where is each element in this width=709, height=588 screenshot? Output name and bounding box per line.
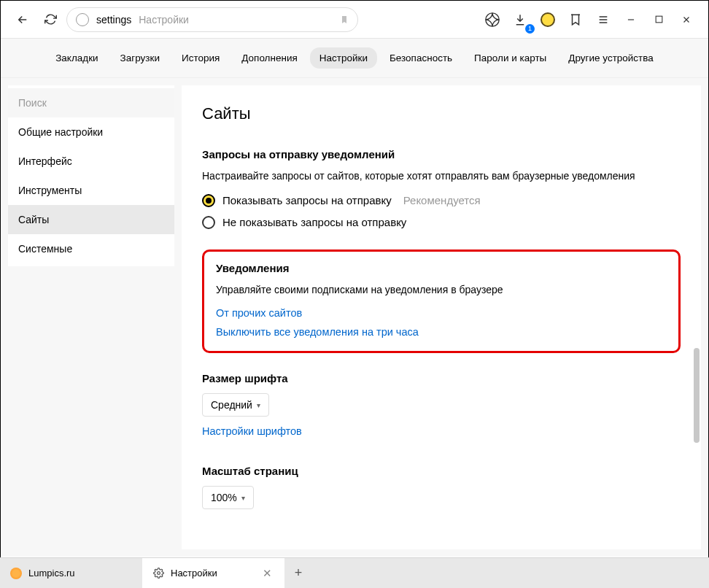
browser-toolbar: settingsНастройки — [1, 1, 708, 39]
tab-label: Lumpics.ru — [28, 568, 75, 579]
link-other-sites[interactable]: От прочих сайтов — [216, 307, 302, 319]
sidebar-item-tools[interactable]: Инструменты — [8, 176, 174, 205]
section-page-zoom: Масштаб страниц 100% ▾ — [202, 465, 681, 518]
nav-settings[interactable]: Настройки — [310, 47, 377, 69]
tab-lumpics[interactable]: Lumpics.ru — [0, 558, 142, 588]
maximize-button[interactable] — [647, 8, 670, 31]
reload-button[interactable] — [39, 8, 62, 31]
page-title: Сайты — [202, 104, 681, 123]
menu-button[interactable] — [592, 8, 615, 31]
select-value: Средний — [211, 399, 252, 411]
site-icon — [76, 13, 89, 26]
select-value: 100% — [211, 492, 237, 503]
chevron-down-icon: ▾ — [241, 494, 245, 502]
chevron-down-icon: ▾ — [257, 401, 260, 409]
radio-icon — [202, 216, 215, 229]
section-title: Размер шрифта — [202, 372, 681, 384]
section-notifications-highlighted: Уведомления Управляйте своими подписками… — [202, 249, 681, 354]
bookmarks-panel-button[interactable] — [564, 8, 587, 31]
tab-label: Настройки — [171, 568, 217, 579]
nav-passwords[interactable]: Пароли и карты — [465, 47, 556, 69]
svg-rect-1 — [656, 16, 662, 23]
minimize-button[interactable] — [619, 8, 643, 31]
svg-point-2 — [157, 572, 160, 575]
sidebar-item-general[interactable]: Общие настройки — [8, 117, 174, 147]
sidebar-search[interactable]: Поиск — [8, 88, 174, 117]
site-favicon — [10, 568, 22, 579]
back-button[interactable] — [11, 8, 34, 31]
section-description: Управляйте своими подписками на уведомле… — [216, 283, 667, 298]
content-area: Поиск Общие настройки Интерфейс Инструме… — [1, 78, 708, 557]
address-text: settingsНастройки — [96, 14, 333, 26]
extension-beetle-icon[interactable] — [536, 8, 559, 31]
sidebar-item-sites[interactable]: Сайты — [8, 205, 174, 234]
section-notification-requests: Запросы на отправку уведомлений Настраив… — [202, 148, 681, 229]
section-title: Масштаб страниц — [202, 465, 681, 477]
link-font-settings[interactable]: Настройки шрифтов — [202, 425, 302, 437]
downloads-button[interactable] — [508, 8, 532, 31]
section-title: Уведомления — [216, 262, 667, 274]
bookmark-icon[interactable] — [340, 14, 349, 26]
link-disable-3h[interactable]: Выключить все уведомления на три часа — [216, 326, 419, 338]
recommended-label: Рекомендуется — [403, 194, 481, 206]
nav-downloads[interactable]: Загрузки — [111, 47, 169, 69]
new-tab-button[interactable]: + — [284, 558, 312, 588]
nav-security[interactable]: Безопасность — [380, 47, 462, 69]
font-size-select[interactable]: Средний ▾ — [202, 393, 269, 417]
nav-history[interactable]: История — [172, 47, 229, 69]
section-font-size: Размер шрифта Средний ▾ Настройки шрифто… — [202, 372, 681, 444]
scroll-thumb[interactable] — [694, 348, 700, 443]
nav-devices[interactable]: Другие устройства — [559, 47, 663, 69]
radio-hide-requests[interactable]: Не показывать запросы на отправку — [202, 216, 681, 229]
sidebar-item-interface[interactable]: Интерфейс — [8, 147, 174, 176]
address-bar[interactable]: settingsНастройки — [66, 7, 358, 32]
scrollbar[interactable] — [692, 85, 700, 549]
nav-addons[interactable]: Дополнения — [232, 47, 306, 69]
section-description: Настраивайте запросы от сайтов, которые … — [202, 169, 681, 184]
sidebar-item-system[interactable]: Системные — [8, 234, 174, 263]
section-title: Запросы на отправку уведомлений — [202, 148, 681, 160]
tab-strip: Lumpics.ru Настройки ✕ + — [0, 557, 709, 588]
tab-settings[interactable]: Настройки ✕ — [142, 558, 284, 588]
gear-icon — [152, 568, 164, 579]
settings-topnav: Закладки Загрузки История Дополнения Нас… — [1, 39, 708, 78]
zoom-select[interactable]: 100% ▾ — [202, 486, 254, 509]
settings-sidebar: Поиск Общие настройки Интерфейс Инструме… — [8, 85, 174, 266]
close-tab-button[interactable]: ✕ — [260, 567, 274, 580]
radio-label: Показывать запросы на отправку — [222, 194, 392, 206]
radio-show-requests[interactable]: Показывать запросы на отправку Рекоменду… — [202, 194, 681, 207]
close-window-button[interactable] — [675, 8, 698, 31]
radio-icon — [202, 194, 215, 207]
zen-button[interactable] — [481, 8, 504, 31]
radio-label: Не показывать запросы на отправку — [222, 216, 406, 228]
nav-bookmarks[interactable]: Закладки — [46, 47, 107, 69]
main-panel: Сайты Запросы на отправку уведомлений На… — [182, 85, 701, 549]
